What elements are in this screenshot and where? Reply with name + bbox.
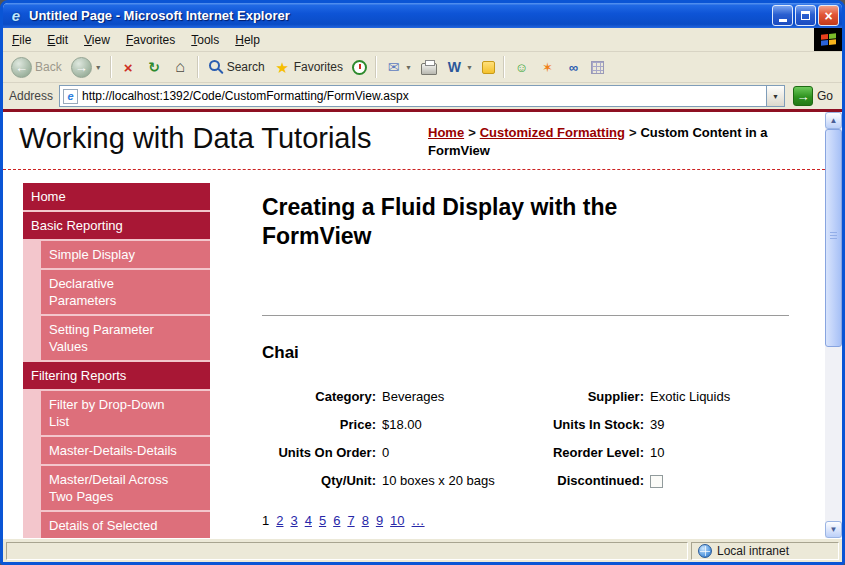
menu-edit[interactable]: Edit: [39, 29, 76, 51]
page-link-8[interactable]: 8: [362, 513, 369, 528]
field-label-qty-unit: Qty/Unit:: [262, 473, 382, 488]
favorites-label: Favorites: [294, 60, 343, 74]
breadcrumb-separator: >: [468, 125, 476, 140]
scrollbar-thumb[interactable]: [825, 129, 842, 347]
close-button[interactable]: ×: [818, 5, 839, 26]
status-bar: Local intranet: [3, 538, 842, 562]
sidebar-item-master-detail-across-two-pages[interactable]: Master/Detail Across Two Pages: [41, 466, 210, 510]
go-label: Go: [817, 89, 833, 103]
sidebar-item-filtering-reports[interactable]: Filtering Reports: [23, 362, 210, 389]
breadcrumb: Home>Customized Formatting>Custom Conten…: [428, 124, 780, 160]
product-name: Chai: [262, 343, 789, 363]
page-link-9[interactable]: 9: [376, 513, 383, 528]
page-content: Working with Data Tutorials Home>Customi…: [3, 112, 842, 538]
sidebar-item-declarative-parameters[interactable]: Declarative Parameters: [41, 270, 210, 314]
menu-file[interactable]: File: [4, 29, 39, 51]
sidebar-nav: Home Basic Reporting Simple Display Decl…: [23, 183, 210, 538]
menu-help[interactable]: Help: [227, 29, 268, 51]
toolbar-grid-button[interactable]: [587, 59, 608, 76]
sidebar-item-master-details-details[interactable]: Master-Details-Details: [41, 437, 210, 464]
page-link-5[interactable]: 5: [319, 513, 326, 528]
menu-view[interactable]: View: [76, 29, 118, 51]
page-link-7[interactable]: 7: [347, 513, 354, 528]
scroll-down-button[interactable]: ▼: [825, 521, 842, 538]
print-button[interactable]: [417, 58, 441, 77]
page-link-ellipsis[interactable]: …: [412, 513, 425, 528]
sidebar-item-simple-display[interactable]: Simple Display: [41, 241, 210, 268]
refresh-button[interactable]: ↻: [142, 58, 167, 76]
sidebar-item-home[interactable]: Home: [23, 183, 210, 210]
page-link-2[interactable]: 2: [276, 513, 283, 528]
mail-button[interactable]: ✉ ▼: [381, 58, 416, 76]
back-button[interactable]: ← Back: [7, 55, 66, 80]
address-dropdown-button[interactable]: ▼: [766, 86, 784, 106]
product-fields: Category: Beverages Supplier: Exotic Liq…: [262, 389, 789, 488]
title-bar[interactable]: e Untitled Page - Microsoft Internet Exp…: [3, 3, 842, 28]
go-button[interactable]: → Go: [791, 86, 839, 106]
forward-button[interactable]: → ▼: [67, 55, 106, 80]
sidebar-item-filter-by-dropdown-list[interactable]: Filter by Drop-Down List: [41, 391, 210, 435]
site-title: Working with Data Tutorials: [19, 122, 371, 155]
mail-dropdown-icon: ▼: [405, 64, 412, 71]
menu-tools[interactable]: Tools: [183, 29, 227, 51]
scrollbar-track[interactable]: [825, 129, 842, 521]
search-label: Search: [227, 60, 265, 74]
field-label-supplier: Supplier:: [527, 389, 650, 404]
toolbar: ← Back → ▼ × ↻ ⌂ Search ★ Favorites ✉ ▼ …: [3, 52, 842, 83]
address-input[interactable]: [78, 89, 766, 103]
field-label-units-in-stock: Units In Stock:: [527, 417, 650, 432]
messenger-button[interactable]: ☺: [509, 59, 534, 76]
article-title: Creating a Fluid Display with the FormVi…: [262, 193, 722, 251]
sidebar-item-basic-reporting[interactable]: Basic Reporting: [23, 212, 210, 239]
favorites-icon: ★: [274, 60, 291, 75]
search-button[interactable]: Search: [203, 58, 269, 76]
sidebar-item-setting-parameter-values[interactable]: Setting Parameter Values: [41, 316, 210, 360]
edit-dropdown-icon: ▼: [466, 64, 473, 71]
page-current: 1: [262, 513, 269, 528]
edit-word-icon: W: [446, 60, 463, 74]
page-link-4[interactable]: 4: [305, 513, 312, 528]
field-value-discontinued: [650, 473, 789, 488]
minimize-button[interactable]: [772, 5, 793, 26]
minimize-icon: [779, 19, 787, 22]
toolbar-separator: [110, 56, 112, 78]
favorites-button[interactable]: ★ Favorites: [270, 58, 347, 77]
maximize-button[interactable]: [795, 5, 816, 26]
scroll-up-button[interactable]: ▲: [825, 112, 842, 129]
main-content: Creating a Fluid Display with the FormVi…: [262, 178, 789, 538]
menu-favorites[interactable]: Favorites: [118, 29, 183, 51]
status-panel-zone: Local intranet: [691, 542, 839, 560]
status-zone-text: Local intranet: [717, 544, 789, 558]
back-icon: ←: [11, 57, 32, 78]
stop-button[interactable]: ×: [116, 58, 141, 77]
forward-dropdown-icon: ▼: [95, 64, 102, 71]
pagination: 12345678910…: [262, 513, 789, 528]
home-button[interactable]: ⌂: [168, 57, 193, 77]
page-link-3[interactable]: 3: [290, 513, 297, 528]
sidebar-item-details-of-selected[interactable]: Details of Selected: [41, 512, 210, 538]
page-link-6[interactable]: 6: [333, 513, 340, 528]
breadcrumb-link-customized-formatting[interactable]: Customized Formatting: [480, 125, 625, 140]
discuss-button[interactable]: [478, 59, 499, 76]
page-body: Home Basic Reporting Simple Display Decl…: [3, 170, 825, 538]
browser-window: e Untitled Page - Microsoft Internet Exp…: [0, 0, 845, 565]
vertical-scrollbar[interactable]: ▲ ▼: [825, 112, 842, 538]
field-value-units-on-order: 0: [382, 445, 527, 460]
address-field[interactable]: e ▼: [59, 85, 785, 107]
history-button[interactable]: [348, 58, 371, 77]
discontinued-checkbox[interactable]: [650, 475, 663, 488]
research-button[interactable]: ∞: [561, 59, 586, 76]
field-value-supplier: Exotic Liquids: [650, 389, 789, 404]
field-label-discontinued: Discontinued:: [527, 473, 650, 488]
breadcrumb-separator: >: [629, 125, 637, 140]
page-link-10[interactable]: 10: [390, 513, 404, 528]
refresh-icon: ↻: [146, 60, 163, 74]
history-icon: [352, 60, 367, 75]
media-button[interactable]: ✶: [535, 59, 560, 76]
status-panel-main: [6, 542, 688, 560]
divider: [262, 315, 789, 316]
edit-button[interactable]: W ▼: [442, 58, 477, 76]
mail-icon: ✉: [385, 60, 402, 74]
toolbar-separator: [197, 56, 199, 78]
breadcrumb-link-home[interactable]: Home: [428, 125, 464, 140]
